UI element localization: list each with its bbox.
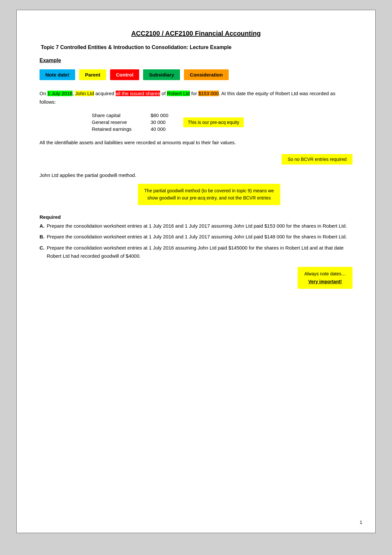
equity-row-1: Share capital $80 000	[92, 113, 173, 118]
subsidiary-highlight: Robert Ltd	[167, 91, 190, 96]
required-list: A. Prepare the consolidation worksheet e…	[40, 222, 352, 260]
required-item-a: A. Prepare the consolidation worksheet e…	[40, 222, 352, 230]
equity-label-3: Retained earnings	[92, 126, 144, 132]
equity-row-3: Retained earnings 40 000	[92, 126, 173, 132]
badge-note-date: Note date!	[40, 69, 75, 80]
equity-label-2: General reserve	[92, 119, 144, 125]
equity-row-2: General reserve 30 000	[92, 119, 173, 125]
shares-highlight: all the issued shares	[116, 91, 160, 96]
main-title: ACC2100 / ACF2100 Financial Accounting	[40, 30, 352, 37]
badge-consideration: Consideration	[184, 69, 229, 80]
required-text-b: Prepare the consolidation worksheet entr…	[47, 234, 347, 239]
always-note-box: Always note dates… Very important!	[298, 267, 352, 289]
intro-text: On 1 July 2016, John Ltd acquired all th…	[40, 89, 352, 106]
bcvr-note: So no BCVR entries required	[282, 154, 352, 165]
required-text-c: Prepare the consolidation worksheet entr…	[47, 245, 344, 259]
intro-text3: of	[160, 91, 167, 96]
equity-section: Share capital $80 000 General reserve 30…	[92, 113, 352, 132]
equity-value-3: 40 000	[151, 126, 173, 132]
equity-value-2: 30 000	[151, 119, 173, 125]
badges-row: Note date! Parent Control Subsidiary Con…	[40, 69, 352, 80]
topic-title: Topic 7 Controlled Entities & Introducti…	[40, 44, 352, 50]
required-label: Required	[40, 214, 352, 220]
badge-parent: Parent	[79, 69, 106, 80]
partial-box-row: The partial goodwill method (to be cover…	[66, 184, 352, 205]
partial-text: John Ltd applies the partial goodwill me…	[40, 171, 352, 180]
intro-text1: ,	[73, 91, 75, 96]
required-letter-a: A.	[40, 222, 44, 230]
partial-note-line1: The partial goodwill method (to be cover…	[144, 188, 274, 193]
required-item-c: C. Prepare the consolidation worksheet e…	[40, 244, 352, 260]
required-section: Required A. Prepare the consolidation wo…	[40, 214, 352, 260]
consideration-highlight: $153 000	[198, 91, 219, 96]
always-note-row: Always note dates… Very important!	[40, 267, 352, 289]
always-note-line1: Always note dates…	[304, 271, 346, 276]
date-highlight: 1 July 2016	[47, 91, 73, 96]
intro-prefix: On	[40, 91, 47, 96]
fair-values-text: All the identifiable assets and liabilit…	[40, 138, 352, 147]
equity-label-1: Share capital	[92, 113, 144, 118]
equity-table: Share capital $80 000 General reserve 30…	[92, 113, 173, 132]
document-page: ACC2100 / ACF2100 Financial Accounting T…	[16, 10, 376, 533]
badge-subsidiary: Subsidiary	[143, 69, 180, 80]
required-item-b: B. Prepare the consolidation worksheet e…	[40, 233, 352, 241]
pre-acq-note: This is our pre-acq equity	[183, 117, 244, 127]
badge-control: Control	[110, 69, 139, 80]
intro-text2: acquired	[94, 91, 116, 96]
parent-highlight: John Ltd	[75, 91, 94, 96]
page-number: 1	[360, 520, 362, 525]
example-heading: Example	[40, 58, 352, 63]
required-letter-c: C.	[40, 244, 44, 252]
always-note-line2: Very important!	[308, 279, 342, 284]
partial-note-line2: show goodwill in our pre-acq entry, and …	[147, 195, 271, 200]
required-letter-b: B.	[40, 233, 44, 241]
intro-text4: for	[190, 91, 198, 96]
equity-value-1: $80 000	[151, 113, 173, 118]
required-text-a: Prepare the consolidation worksheet entr…	[47, 223, 347, 229]
partial-note: The partial goodwill method (to be cover…	[138, 184, 281, 205]
bcvr-box-row: So no BCVR entries required	[40, 154, 352, 165]
